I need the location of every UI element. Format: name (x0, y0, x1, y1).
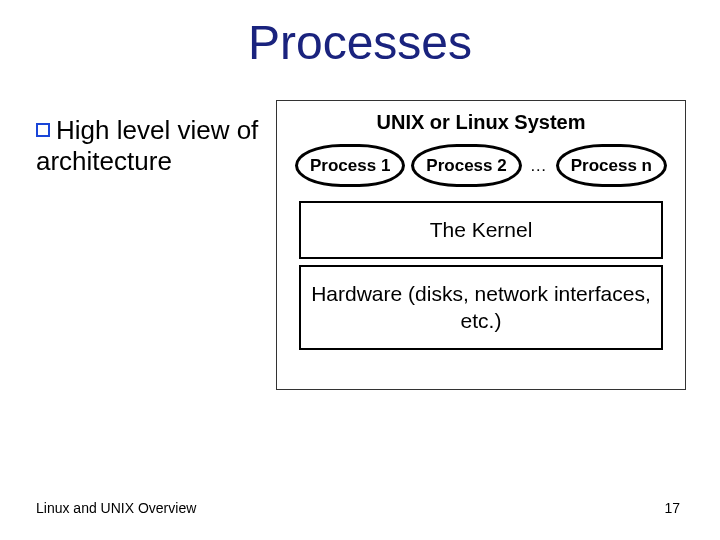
process-2-oval: Process 2 (411, 144, 521, 187)
ellipsis: … (528, 156, 550, 176)
diagram-title: UNIX or Linux System (285, 111, 677, 134)
footer-left: Linux and UNIX Overview (36, 500, 196, 516)
slide: Processes High level view of architectur… (0, 0, 720, 540)
process-row: Process 1 Process 2 … Process n (285, 144, 677, 187)
process-n-oval: Process n (556, 144, 667, 187)
architecture-diagram: UNIX or Linux System Process 1 Process 2… (276, 100, 686, 390)
slide-title: Processes (0, 18, 720, 68)
page-number: 17 (664, 500, 680, 516)
kernel-layer: The Kernel (299, 201, 663, 259)
square-bullet-icon (36, 123, 50, 137)
bullet-text: High level view of architecture (36, 115, 258, 176)
process-1-oval: Process 1 (295, 144, 405, 187)
hardware-layer: Hardware (disks, network interfaces, etc… (299, 265, 663, 350)
bullet-item: High level view of architecture (36, 115, 266, 177)
